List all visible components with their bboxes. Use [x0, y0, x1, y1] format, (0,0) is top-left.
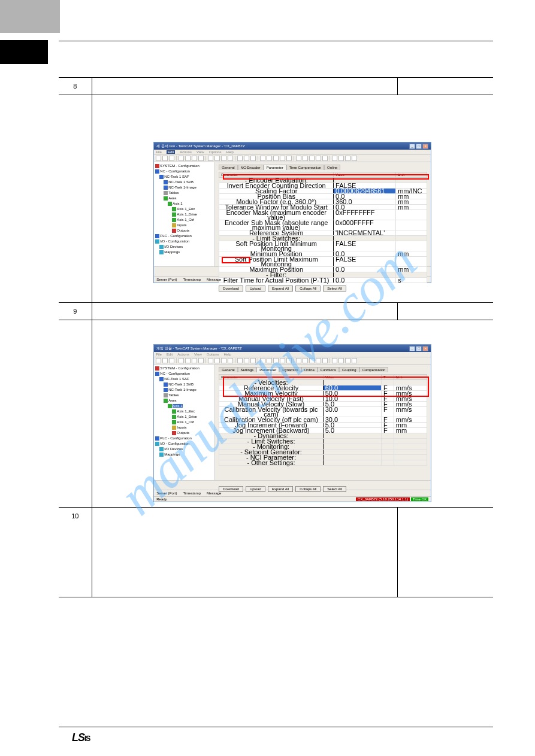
toolbar-icon[interactable] — [273, 358, 279, 363]
tree-node[interactable]: NC-Task 1 SVB — [155, 180, 213, 185]
param-row[interactable]: Invert Encoder Counting DirectionFALSE — [219, 183, 427, 189]
tree-node[interactable]: PLC - Configuration — [155, 436, 213, 441]
toolbar-icon[interactable] — [192, 358, 197, 363]
close-icon[interactable]: × — [422, 144, 428, 149]
toolbar-icon[interactable] — [296, 358, 301, 363]
toolbar-icon[interactable] — [260, 358, 265, 363]
menu-item[interactable]: View — [197, 150, 204, 154]
toolbar-icon[interactable] — [260, 156, 265, 161]
toolbar-icon[interactable] — [296, 156, 301, 161]
toolbar-icon[interactable] — [169, 358, 174, 363]
toolbar-icon[interactable] — [198, 156, 204, 161]
toolbar-icon[interactable] — [237, 358, 243, 363]
toolbar-icon[interactable] — [332, 156, 337, 161]
tree-node[interactable]: Axes — [155, 196, 213, 201]
tree-node[interactable]: Axis 1 — [155, 201, 213, 207]
tree-node[interactable]: Axis 1_Drive — [155, 212, 213, 217]
tab[interactable]: General — [219, 367, 237, 372]
toolbar-icon[interactable] — [185, 358, 191, 363]
toolbar-icon[interactable] — [198, 358, 204, 363]
minimize-icon[interactable]: _ — [409, 346, 415, 351]
tree-node[interactable]: Inputs — [155, 223, 213, 228]
toolbar-icon[interactable] — [221, 156, 226, 161]
tab[interactable]: Functions — [318, 367, 339, 372]
param-row[interactable]: Soft Position Limit Maximum MonitoringFA… — [219, 257, 427, 267]
tab[interactable]: Parameter — [256, 367, 279, 372]
param-row[interactable]: Filter Time for Actual Position (P-T1)0.… — [219, 278, 427, 283]
toolbar-icon[interactable] — [179, 156, 184, 161]
tab[interactable]: NC-Encoder — [238, 165, 264, 170]
toolbar-icon[interactable] — [273, 156, 279, 161]
toolbar-icon[interactable] — [352, 156, 357, 161]
tab[interactable]: Online — [301, 367, 318, 372]
toolbar-icon[interactable] — [250, 156, 256, 161]
toolbar-icon[interactable] — [309, 358, 315, 363]
menu-item[interactable]: Actions — [177, 353, 189, 356]
menu-item[interactable]: Options — [207, 353, 219, 356]
toolbar-icon[interactable] — [280, 156, 285, 161]
panel-button[interactable]: Upload — [246, 286, 265, 292]
tree-node[interactable]: I/O - Configuration — [155, 441, 213, 447]
toolbar-icon[interactable] — [286, 156, 292, 161]
tree-node[interactable]: NC - Configuration — [155, 371, 213, 377]
toolbar-icon[interactable] — [179, 358, 184, 363]
menu-item[interactable]: Edit — [167, 150, 175, 154]
tree-node[interactable]: Axis 1_Enc — [155, 409, 213, 414]
toolbar-icon[interactable] — [286, 358, 292, 363]
param-row[interactable]: Calibration Velocity (towards plc cam)30… — [219, 407, 427, 417]
toolbar-icon[interactable] — [303, 156, 308, 161]
param-row[interactable]: Reference System'INCREMENTAL' — [219, 230, 427, 236]
param-row[interactable]: - Other Settings: — [219, 460, 427, 466]
tree-node[interactable]: Axes — [155, 398, 213, 403]
toolbar-icon[interactable] — [228, 358, 233, 363]
panel-button[interactable]: Collaps All — [295, 486, 321, 492]
minimize-icon[interactable]: _ — [409, 144, 415, 149]
toolbar-icon[interactable] — [338, 358, 344, 363]
toolbar-icon[interactable] — [214, 358, 220, 363]
menu-item[interactable]: Edit — [167, 353, 173, 356]
toolbar-icon[interactable] — [345, 358, 350, 363]
tree-node[interactable]: SYSTEM - Configuration — [155, 163, 213, 169]
tree-node[interactable]: Axis 1_Enc — [155, 207, 213, 212]
maximize-icon[interactable]: □ — [416, 346, 422, 351]
tree-node[interactable]: Inputs — [155, 425, 213, 430]
tab[interactable]: Dynamics — [279, 367, 301, 372]
toolbar-icon[interactable] — [267, 358, 272, 363]
tree-node[interactable]: Outputs — [155, 228, 213, 233]
toolbar-icon[interactable] — [244, 358, 249, 363]
toolbar-icon[interactable] — [250, 358, 256, 363]
menu-item[interactable]: Options — [209, 150, 222, 154]
tree-node[interactable]: Tables — [155, 190, 213, 196]
tree-node[interactable]: I/O Devices — [155, 244, 213, 250]
tree-node[interactable]: Axis 1_Drive — [155, 414, 213, 420]
toolbar-icon[interactable] — [162, 156, 168, 161]
menu-item[interactable]: File — [156, 150, 162, 154]
param-row[interactable]: - Limit Switches: — [219, 439, 427, 444]
s2-tabs[interactable]: GeneralSettingsParameterDynamicsOnlineFu… — [219, 367, 427, 372]
toolbar-icon[interactable] — [156, 358, 161, 363]
panel-button[interactable]: Download — [219, 286, 243, 292]
tree-node[interactable]: Mappings — [155, 250, 213, 255]
tree-node[interactable]: I/O - Configuration — [155, 239, 213, 244]
menu-item[interactable]: View — [194, 353, 202, 356]
toolbar-icon[interactable] — [316, 358, 321, 363]
tree-node[interactable]: PLC - Configuration — [155, 233, 213, 239]
toolbar-icon[interactable] — [208, 156, 213, 161]
toolbar-icon[interactable] — [352, 358, 357, 363]
param-row[interactable]: Jog Increment (Backward)5.0Fmm — [219, 428, 427, 433]
panel-button[interactable]: Download — [219, 486, 243, 492]
tab[interactable]: Coupling — [339, 367, 359, 372]
s1-tree[interactable]: SYSTEM - ConfigurationNC - Configuration… — [154, 162, 215, 266]
param-row[interactable]: Maximum Position0.0mm — [219, 267, 427, 272]
toolbar-icon[interactable] — [309, 156, 315, 161]
tree-node[interactable]: Axis 1_Ctrl — [155, 217, 213, 223]
toolbar-icon[interactable] — [208, 358, 213, 363]
toolbar-icon[interactable] — [280, 358, 285, 363]
menu-item[interactable]: Help — [224, 353, 231, 356]
tree-node[interactable]: NC-Task 1 SVB — [155, 382, 213, 387]
tab[interactable]: Time Compensation — [286, 165, 324, 170]
tab[interactable]: Compensation — [359, 367, 389, 372]
menu-item[interactable]: File — [156, 353, 162, 356]
menu-item[interactable]: Help — [226, 150, 234, 154]
toolbar-icon[interactable] — [228, 156, 233, 161]
